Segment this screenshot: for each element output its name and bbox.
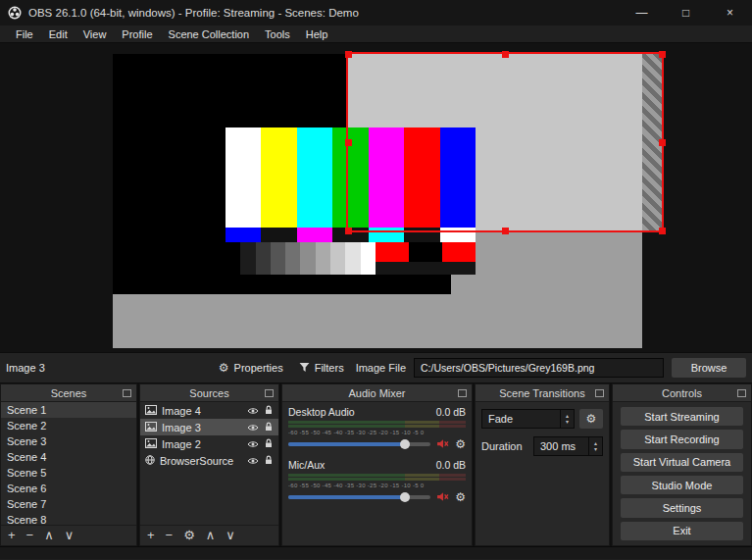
- scene-item-4[interactable]: Scene 4: [1, 449, 136, 465]
- add-source-button[interactable]: +: [147, 526, 155, 545]
- menubar: File Edit View Profile Scene Collection …: [0, 25, 752, 43]
- image-file-path-input[interactable]: C:/Users/OBS/Pictures/Grey169B.png: [414, 358, 664, 378]
- lock-icon[interactable]: [264, 438, 274, 450]
- scene-down-button[interactable]: ∨: [65, 526, 75, 545]
- cast-5: [369, 228, 404, 242]
- step-1: [226, 242, 240, 275]
- selection-handle-tr[interactable]: [659, 51, 666, 58]
- image-icon: [145, 422, 157, 433]
- scene-item-5[interactable]: Scene 5: [1, 465, 136, 481]
- preview-area: [0, 43, 752, 352]
- scene-up-button[interactable]: ∧: [44, 526, 54, 545]
- visibility-eye-icon[interactable]: [247, 405, 259, 417]
- scene-item-3[interactable]: Scene 3: [1, 433, 136, 449]
- scene-item-7[interactable]: Scene 7: [1, 496, 136, 512]
- source-item-image4[interactable]: Image 4: [140, 402, 278, 419]
- scene-item-2[interactable]: Scene 2: [1, 418, 136, 433]
- transition-properties-button[interactable]: ⚙: [579, 409, 603, 429]
- visibility-eye-icon[interactable]: [247, 438, 259, 450]
- remove-source-button[interactable]: −: [166, 526, 174, 545]
- mute-icon[interactable]: [436, 488, 449, 506]
- selection-handle-tm[interactable]: [502, 51, 509, 58]
- selection-handle-br[interactable]: [659, 228, 666, 234]
- slider-handle[interactable]: [400, 492, 410, 502]
- browse-button[interactable]: Browse: [672, 358, 746, 378]
- source-item-image3[interactable]: Image 3: [140, 419, 278, 435]
- selection-handle-ml[interactable]: [345, 139, 352, 146]
- start-streaming-button[interactable]: Start Streaming: [621, 407, 743, 426]
- transition-select[interactable]: Fade ▴ ▾: [481, 409, 575, 429]
- source-properties-gear-button[interactable]: ⚙: [183, 526, 195, 545]
- mute-icon[interactable]: [436, 435, 449, 453]
- sources-panel-header: Sources: [140, 384, 278, 402]
- volume-slider[interactable]: [288, 442, 430, 446]
- selection-handle-bl[interactable]: [345, 228, 352, 234]
- selection-handle-tl[interactable]: [345, 51, 352, 58]
- lock-icon[interactable]: [264, 422, 274, 433]
- volume-meter: [288, 425, 466, 428]
- minimize-button[interactable]: —: [620, 0, 664, 25]
- dock-float-icon: [458, 389, 467, 397]
- transition-selected-value: Fade: [488, 413, 513, 425]
- add-scene-button[interactable]: +: [8, 526, 16, 545]
- colorbars-source[interactable]: [226, 127, 476, 275]
- menu-item-profile[interactable]: Profile: [114, 25, 160, 43]
- selection-handle-bm[interactable]: [502, 228, 509, 234]
- remove-scene-button[interactable]: −: [26, 526, 34, 545]
- source-item-image2[interactable]: Image 2: [140, 435, 278, 452]
- transitions-panel-header: Scene Transitions: [476, 384, 609, 402]
- lock-icon[interactable]: [264, 405, 274, 417]
- lock-icon[interactable]: [264, 455, 274, 467]
- scene-item-6[interactable]: Scene 6: [1, 481, 136, 496]
- visibility-eye-icon[interactable]: [247, 455, 259, 467]
- menu-item-view[interactable]: View: [75, 25, 115, 43]
- volume-meter: [288, 474, 466, 477]
- slider-fill: [288, 442, 405, 446]
- source-item-browsersource[interactable]: BrowserSource: [140, 452, 278, 469]
- scene-item-1[interactable]: Scene 1: [1, 402, 136, 418]
- menu-item-edit[interactable]: Edit: [41, 25, 75, 43]
- sources-list: Image 4 Image 3 Image 2: [140, 402, 278, 525]
- colorbar-yellow: [261, 127, 296, 228]
- filters-button[interactable]: Filters: [295, 359, 348, 378]
- colorbar-white: [226, 127, 261, 228]
- close-button[interactable]: ×: [708, 0, 752, 25]
- studio-mode-button[interactable]: Studio Mode: [621, 476, 743, 494]
- source-down-button[interactable]: ∨: [226, 526, 235, 545]
- spin-down-icon[interactable]: ▾: [594, 446, 597, 452]
- menu-item-help[interactable]: Help: [298, 25, 336, 43]
- exit-button[interactable]: Exit: [621, 522, 743, 540]
- menu-item-file[interactable]: File: [8, 25, 41, 43]
- sources-toolbar: + − ⚙ ∧ ∨: [140, 525, 278, 545]
- selection-handle-mr[interactable]: [659, 139, 666, 146]
- menu-item-scene-collection[interactable]: Scene Collection: [161, 25, 258, 43]
- volume-slider[interactable]: [288, 495, 430, 499]
- start-virtual-camera-button[interactable]: Start Virtual Camera: [621, 453, 743, 472]
- channel-gear-icon[interactable]: ⚙: [455, 438, 466, 450]
- source-toolbar: Image 3 ⚙ Properties Filters Image File …: [0, 352, 752, 383]
- duration-spinbox[interactable]: 300 ms ▴ ▾: [533, 436, 603, 456]
- menu-item-tools[interactable]: Tools: [257, 25, 298, 43]
- globe-icon: [145, 455, 155, 467]
- source-up-button[interactable]: ∧: [206, 526, 216, 545]
- step-6: [300, 242, 315, 275]
- spin-down-icon: ▾: [566, 419, 569, 425]
- step-10: [361, 242, 376, 275]
- channel-name: Desktop Audio: [288, 406, 355, 420]
- cast-6: [404, 228, 439, 242]
- channel-gear-icon[interactable]: ⚙: [455, 491, 466, 503]
- start-recording-button[interactable]: Start Recording: [621, 430, 743, 448]
- settings-button[interactable]: Settings: [621, 498, 743, 517]
- properties-label: Properties: [234, 362, 283, 374]
- gear-icon: ⚙: [219, 362, 229, 374]
- spinbox-arrows: ▴ ▾: [588, 437, 602, 455]
- properties-button[interactable]: ⚙ Properties: [215, 359, 287, 377]
- scene-item-8[interactable]: Scene 8: [1, 512, 136, 525]
- visibility-eye-icon[interactable]: [247, 422, 259, 433]
- channel-volume-db: 0.0 dB: [436, 406, 466, 420]
- slider-handle[interactable]: [400, 439, 410, 449]
- cast-3: [297, 228, 332, 242]
- cast-1: [226, 228, 261, 242]
- maximize-button[interactable]: □: [664, 0, 708, 25]
- dock-float-icon: [737, 389, 746, 397]
